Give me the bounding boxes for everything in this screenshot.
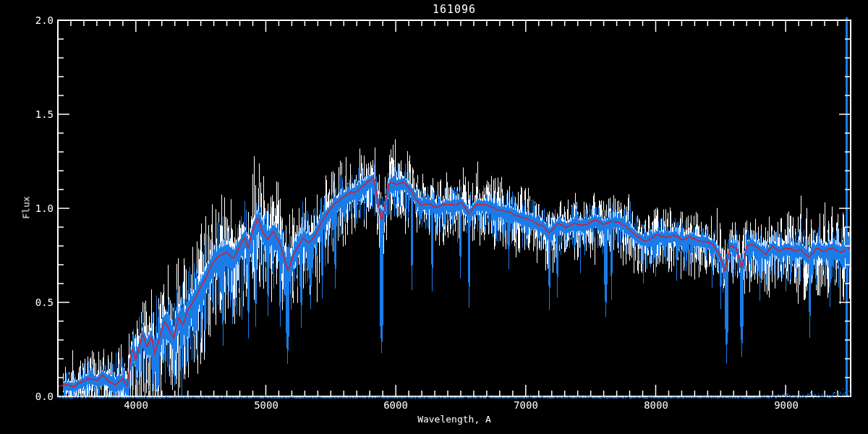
y-tick-label: 0.0 — [20, 391, 54, 402]
y-tick-label: 1.0 — [20, 203, 54, 214]
x-tick-label: 9000 — [765, 399, 808, 411]
y-tick-label: 2.0 — [20, 14, 54, 26]
x-tick-label: 6000 — [374, 399, 417, 411]
x-tick-label: 8000 — [634, 399, 678, 411]
x-tick-label: 7000 — [504, 399, 548, 411]
y-tick-label: 0.5 — [20, 297, 54, 308]
spectrum-figure: 161096 Wavelength, A Flux 2.0 1.5 1.0 0.… — [0, 0, 868, 434]
x-axis-label: Wavelength, A — [417, 414, 491, 425]
plot-title: 161096 — [433, 3, 476, 16]
x-tick-label: 5000 — [244, 399, 288, 411]
y-tick-label: 1.5 — [20, 109, 54, 120]
x-tick-label: 4000 — [114, 399, 158, 411]
spectrum-canvas — [0, 0, 868, 434]
